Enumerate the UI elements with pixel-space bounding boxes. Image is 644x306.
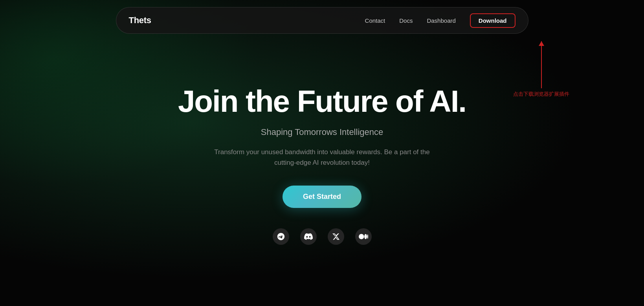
hero-subtitle: Shaping Tomorrows Intelligence [261,127,383,137]
hero-title: Join the Future of AI. [178,85,466,118]
x-twitter-icon[interactable] [328,228,344,245]
hero-section: Join the Future of AI. Shaping Tomorrows… [0,0,644,306]
telegram-icon[interactable] [273,228,289,245]
social-icons [273,228,372,245]
medium-icon[interactable] [355,228,372,245]
hero-description: Transform your unused bandwidth into val… [212,147,432,168]
get-started-button[interactable]: Get Started [283,186,361,208]
discord-icon[interactable] [300,228,317,245]
